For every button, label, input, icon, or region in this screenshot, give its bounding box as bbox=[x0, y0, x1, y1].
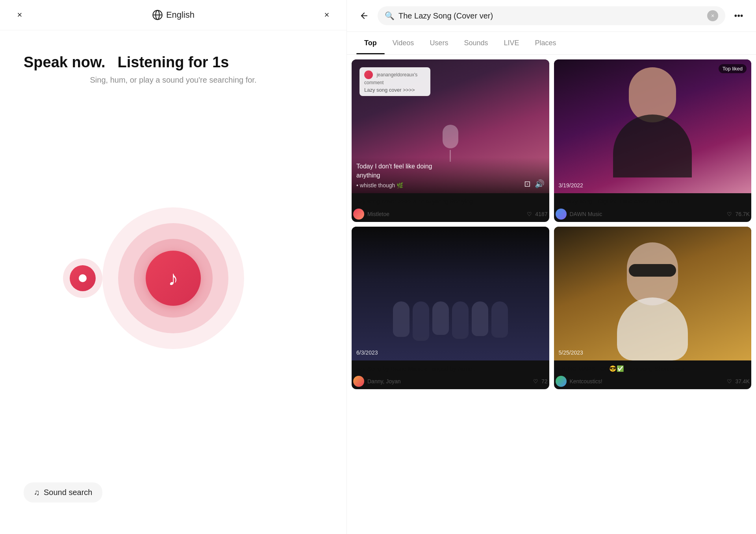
heart-icon-1: ♡ bbox=[527, 211, 532, 217]
video-card-4[interactable]: 5/25/2023 BRUNO MARS : ON😎✅ Lazy song Sh… bbox=[554, 227, 752, 389]
video-title-2: The lazy song • Gigi the Lana cover . Tu… bbox=[556, 197, 750, 205]
music-icon: ♫ bbox=[34, 488, 40, 497]
like-count-3: 72 bbox=[541, 378, 548, 384]
video-date-3: 6/3/2023 bbox=[356, 349, 378, 356]
caption-icon[interactable]: ⊡ bbox=[524, 179, 531, 188]
video-thumbnail-3: 6/3/2023 bbox=[352, 227, 549, 360]
tab-places[interactable]: Places bbox=[527, 32, 564, 54]
video-info-3: Lazy Song by Bruno Mars, arranged by Jam… bbox=[352, 360, 549, 389]
video-info-1: Lazy song cover >>>> #thelazysong Replyi… bbox=[352, 193, 549, 222]
sunglasses-figure bbox=[613, 242, 692, 345]
record-small-button[interactable] bbox=[63, 259, 102, 298]
sunglasses-shape bbox=[629, 264, 676, 277]
video-thumbnail-2: Top liked 3/19/2022 bbox=[554, 59, 752, 193]
video-grid: jeanangeldoreaux's comment Lazy song cov… bbox=[347, 55, 756, 534]
tab-top[interactable]: Top bbox=[356, 32, 385, 54]
video-card-1[interactable]: jeanangeldoreaux's comment Lazy song cov… bbox=[352, 59, 549, 222]
music-note-icon: ♪ bbox=[168, 266, 178, 290]
heart-icon-3: ♡ bbox=[533, 378, 538, 384]
video-date-4: 5/25/2023 bbox=[559, 349, 583, 356]
video-date-2: 3/19/2022 bbox=[559, 182, 583, 188]
video-card-2[interactable]: Top liked 3/19/2022 The lazy song • Gigi… bbox=[554, 59, 752, 222]
sound-search-button[interactable]: ♫ Sound search bbox=[24, 482, 102, 503]
listening-title: Listening for 1s bbox=[118, 54, 229, 71]
head-shape bbox=[629, 67, 676, 122]
author-avatar-4 bbox=[556, 376, 567, 387]
back-button[interactable] bbox=[356, 8, 372, 24]
video-meta-3: Danny, Joyan ♡ 72 bbox=[353, 376, 548, 387]
search-bar[interactable]: 🔍 The Lazy Song (Cover ver) × bbox=[378, 6, 725, 25]
video-thumbnail-4: 5/25/2023 bbox=[554, 227, 752, 360]
author-name-1: Mistletoe bbox=[367, 211, 524, 217]
author-avatar-1 bbox=[353, 209, 364, 220]
author-name-4: Kentcoustics! bbox=[570, 378, 724, 384]
sound-search-label: Sound search bbox=[44, 488, 92, 497]
mic-head bbox=[443, 125, 458, 148]
close-button-left[interactable]: × bbox=[12, 7, 28, 23]
language-label: English bbox=[166, 10, 195, 20]
video-meta-2: DAWN Music ♡ 76.7K bbox=[556, 209, 750, 220]
selfie-figure bbox=[605, 67, 700, 177]
like-count-1: 4187 bbox=[535, 211, 547, 217]
left-header: × English × bbox=[0, 0, 346, 30]
close-button-header-right[interactable]: × bbox=[319, 7, 335, 23]
video-title-1: Lazy song cover >>>> #thelazysong Replyi… bbox=[353, 197, 548, 205]
video-overlay-1: Today I don't feel like doinganything • … bbox=[352, 157, 549, 193]
author-name-2: DAWN Music bbox=[570, 211, 724, 217]
comment-bubble-1: jeanangeldoreaux's comment Lazy song cov… bbox=[359, 67, 430, 96]
tab-users[interactable]: Users bbox=[422, 32, 456, 54]
like-count-4: 37.4K bbox=[735, 378, 750, 384]
right-header: 🔍 The Lazy Song (Cover ver) × ••• bbox=[347, 0, 756, 32]
heart-icon-2: ♡ bbox=[727, 211, 732, 217]
more-options-button[interactable]: ••• bbox=[731, 8, 747, 24]
tabs-bar: Top Videos Users Sounds LIVE Places bbox=[347, 32, 756, 55]
video-info-2: The lazy song • Gigi the Lana cover . Tu… bbox=[554, 193, 752, 222]
video-caption-1: Today I don't feel like doinganything bbox=[356, 162, 545, 180]
left-panel: × English × Speak now. Listening for 1s … bbox=[0, 0, 346, 534]
author-name-3: Danny, Joyan bbox=[367, 378, 530, 384]
video-title-4: BRUNO MARS : ON😎✅ Lazy song Short cover bbox=[556, 364, 750, 373]
video-meta-1: Mistletoe ♡ 4187 bbox=[353, 209, 548, 220]
record-small-inner-btn[interactable] bbox=[70, 265, 96, 291]
author-avatar-3 bbox=[353, 376, 364, 387]
body-shape bbox=[613, 115, 692, 177]
shirt-shape bbox=[617, 297, 688, 360]
video-title-3: Lazy Song by Bruno Mars, arranged by Jam… bbox=[353, 364, 548, 373]
right-panel: 🔍 The Lazy Song (Cover ver) × ••• Top Vi… bbox=[346, 0, 756, 534]
author-avatar-2 bbox=[556, 209, 567, 220]
comment-text: Lazy song cover >>>> bbox=[364, 87, 426, 93]
tab-sounds[interactable]: Sounds bbox=[456, 32, 496, 54]
video-caption-extra: • whistle though 🌿 bbox=[356, 182, 545, 188]
heart-icon-4: ♡ bbox=[727, 378, 732, 384]
listening-subtitle: Sing, hum, or play a sound you're search… bbox=[90, 76, 257, 85]
comment-avatar bbox=[364, 70, 373, 79]
tab-live[interactable]: LIVE bbox=[496, 32, 527, 54]
left-content: Speak now. Listening for 1s Sing, hum, o… bbox=[0, 30, 346, 534]
sound-icon[interactable]: 🔊 bbox=[535, 179, 545, 188]
language-button[interactable]: English bbox=[152, 9, 195, 20]
video-meta-4: Kentcoustics! ♡ 37.4K bbox=[556, 376, 750, 387]
video-controls-1: ⊡ 🔊 bbox=[524, 179, 545, 188]
back-arrow-icon bbox=[359, 11, 369, 20]
top-liked-badge: Top liked bbox=[719, 64, 747, 73]
mic-visual bbox=[443, 125, 458, 162]
search-clear-button[interactable]: × bbox=[707, 10, 718, 21]
video-card-3[interactable]: 6/3/2023 Lazy Song by Bruno Mars, arrang… bbox=[352, 227, 549, 389]
search-icon: 🔍 bbox=[385, 11, 395, 20]
music-search-button[interactable]: ♪ bbox=[146, 251, 201, 306]
like-count-2: 76.7K bbox=[735, 211, 750, 217]
video-thumbnail-1: jeanangeldoreaux's comment Lazy song cov… bbox=[352, 59, 549, 193]
music-search-button-container: ♪ bbox=[102, 207, 244, 349]
search-query-display: The Lazy Song (Cover ver) bbox=[398, 11, 703, 20]
globe-icon bbox=[152, 9, 163, 20]
video-info-4: BRUNO MARS : ON😎✅ Lazy song Short cover … bbox=[554, 360, 752, 389]
record-dot bbox=[79, 274, 87, 282]
tab-videos[interactable]: Videos bbox=[385, 32, 422, 54]
group-silhouettes bbox=[393, 301, 508, 341]
